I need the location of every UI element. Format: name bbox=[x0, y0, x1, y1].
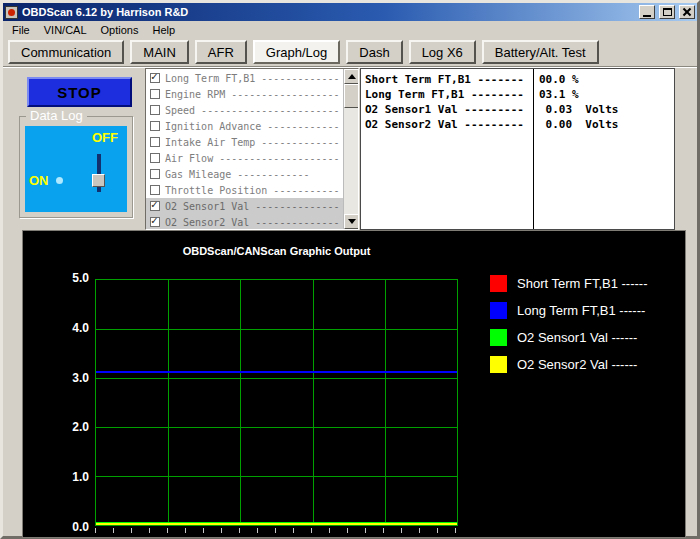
pid-checkbox[interactable] bbox=[150, 185, 160, 195]
x-tick bbox=[257, 528, 258, 533]
stop-button[interactable]: STOP bbox=[27, 77, 132, 107]
scroll-up-button[interactable] bbox=[344, 69, 359, 84]
x-tick bbox=[401, 528, 402, 533]
legend-label: Short Term FT,B1 ------ bbox=[517, 276, 648, 291]
x-tick bbox=[437, 528, 438, 533]
maximize-button[interactable] bbox=[659, 5, 675, 19]
pid-checkbox[interactable] bbox=[150, 217, 160, 227]
data-log-off-label: OFF bbox=[92, 130, 118, 145]
minimize-button[interactable] bbox=[639, 5, 655, 19]
scroll-down-button[interactable] bbox=[344, 214, 359, 229]
pid-list: Long Term FT,B1 ------------- Engine RPM… bbox=[145, 68, 359, 230]
window-title: OBDScan 6.12 by Harrison R&D bbox=[22, 3, 635, 21]
data-log-toggle-track bbox=[97, 154, 101, 192]
x-tick bbox=[293, 528, 294, 533]
tab-row: Communication MAIN AFR Graph/Log Dash Lo… bbox=[8, 40, 599, 65]
pid-checkbox[interactable] bbox=[150, 121, 160, 131]
data-log-panel: OFF ON bbox=[25, 126, 127, 212]
menu-item-file[interactable]: File bbox=[5, 22, 37, 38]
pid-list-item[interactable]: Gas Mileage ------------ bbox=[146, 166, 343, 182]
pid-label: O2 Sensor2 Val -------------- bbox=[165, 217, 340, 228]
pid-checkbox[interactable] bbox=[150, 137, 160, 147]
x-tick bbox=[95, 528, 96, 533]
pid-checkbox[interactable] bbox=[150, 201, 160, 211]
legend-label: O2 Sensor2 Val ------ bbox=[517, 357, 637, 372]
series-line bbox=[96, 523, 457, 525]
tab-communication[interactable]: Communication bbox=[8, 40, 124, 64]
series-line bbox=[96, 371, 457, 373]
data-log-title: Data Log bbox=[26, 108, 87, 123]
tab-battery-alt-test[interactable]: Battery/Alt. Test bbox=[482, 40, 599, 64]
gridline-vertical bbox=[313, 280, 314, 525]
pid-list-item[interactable]: O2 Sensor1 Val -------------- bbox=[146, 198, 343, 214]
readout-names-column: Short Term FT,B1 ------- Long Term FT,B1… bbox=[361, 69, 534, 229]
menu-item-help[interactable]: Help bbox=[145, 22, 182, 38]
data-log-on-label: ON bbox=[29, 173, 49, 188]
pid-label: Speed ----------------------- bbox=[165, 105, 340, 116]
tab-afr[interactable]: AFR bbox=[195, 40, 247, 64]
menu-item-vincal[interactable]: VIN/CAL bbox=[37, 22, 94, 38]
tab-log-x6[interactable]: Log X6 bbox=[409, 40, 476, 64]
x-tick bbox=[131, 528, 132, 533]
x-tick bbox=[275, 528, 276, 533]
tab-graph-log[interactable]: Graph/Log bbox=[253, 40, 340, 64]
x-tick bbox=[203, 528, 204, 533]
close-button[interactable] bbox=[679, 5, 695, 19]
pid-list-item[interactable]: Engine RPM ------------------ bbox=[146, 86, 343, 102]
readout-name: Short Term FT,B1 ------- bbox=[365, 72, 533, 87]
legend-item: Short Term FT,B1 ------ bbox=[490, 275, 648, 292]
readout-value: 03.1 % bbox=[539, 87, 674, 102]
x-tick bbox=[419, 528, 420, 533]
tab-main[interactable]: MAIN bbox=[130, 40, 189, 64]
gridline-horizontal bbox=[96, 329, 457, 330]
tab-dash[interactable]: Dash bbox=[346, 40, 402, 64]
scrollbar-thumb[interactable] bbox=[344, 84, 359, 108]
readout-value: 0.03 Volts bbox=[539, 102, 674, 117]
legend-swatch bbox=[490, 356, 507, 373]
y-tick-label: 0.0 bbox=[72, 520, 89, 534]
x-tick bbox=[113, 528, 114, 533]
pid-list-item[interactable]: O2 Sensor2 Val -------------- bbox=[146, 214, 343, 230]
x-tick bbox=[383, 528, 384, 533]
pid-label: O2 Sensor1 Val -------------- bbox=[165, 201, 340, 212]
legend: Short Term FT,B1 ------ Long Term FT,B1 … bbox=[490, 275, 648, 373]
minimize-icon bbox=[643, 15, 651, 17]
pid-checkbox[interactable] bbox=[150, 153, 160, 163]
y-tick-label: 4.0 bbox=[72, 321, 89, 335]
x-tick bbox=[329, 528, 330, 533]
menu-item-options[interactable]: Options bbox=[94, 22, 146, 38]
maximize-icon bbox=[663, 8, 672, 16]
data-log-toggle-knob[interactable] bbox=[92, 174, 105, 187]
pid-rows: Long Term FT,B1 ------------- Engine RPM… bbox=[146, 70, 343, 230]
pid-list-item[interactable]: Intake Air Temp ------------- bbox=[146, 134, 343, 150]
pid-list-item[interactable]: Throttle Position ----------- bbox=[146, 182, 343, 198]
legend-label: Long Term FT,B1 ------ bbox=[517, 303, 645, 318]
y-tick-label: 5.0 bbox=[72, 271, 89, 285]
arrow-up-icon bbox=[348, 74, 356, 79]
pid-checkbox[interactable] bbox=[150, 105, 160, 115]
pid-label: Throttle Position ----------- bbox=[165, 185, 340, 196]
pid-list-item[interactable]: Speed ----------------------- bbox=[146, 102, 343, 118]
gridline-horizontal bbox=[96, 427, 457, 428]
pid-list-item[interactable]: Long Term FT,B1 ------------- bbox=[146, 70, 343, 86]
x-tick bbox=[239, 528, 240, 533]
x-tick bbox=[311, 528, 312, 533]
readout-name: O2 Sensor2 Val --------- bbox=[365, 117, 533, 132]
data-log-on-indicator bbox=[56, 177, 63, 184]
readout-value: 00.0 % bbox=[539, 72, 674, 87]
x-axis-ticks bbox=[95, 528, 458, 534]
readout-name: Long Term FT,B1 -------- bbox=[365, 87, 533, 102]
legend-swatch bbox=[490, 302, 507, 319]
x-tick bbox=[455, 528, 456, 533]
pid-list-item[interactable]: Air Flow -------------------- bbox=[146, 150, 343, 166]
pid-checkbox[interactable] bbox=[150, 73, 160, 83]
plot-area bbox=[95, 279, 458, 526]
pid-checkbox[interactable] bbox=[150, 89, 160, 99]
pid-list-scrollbar[interactable] bbox=[343, 69, 358, 229]
pid-list-item[interactable]: Ignition Advance ------------ bbox=[146, 118, 343, 134]
pid-label: Ignition Advance ------------ bbox=[165, 121, 340, 132]
pid-label: Intake Air Temp ------------- bbox=[165, 137, 340, 148]
data-log-group: Data Log OFF ON bbox=[19, 116, 133, 218]
y-axis-labels: 5.0 4.0 3.0 2.0 1.0 0.0 bbox=[49, 271, 89, 534]
pid-checkbox[interactable] bbox=[150, 169, 160, 179]
